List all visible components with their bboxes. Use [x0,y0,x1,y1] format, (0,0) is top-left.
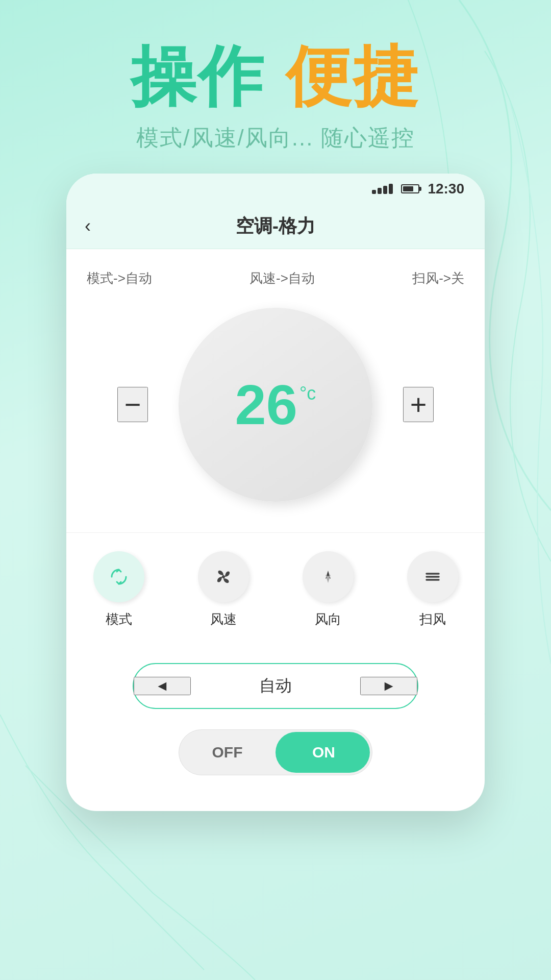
wind-speed-status: 风速->自动 [249,270,315,287]
mode-button[interactable]: 模式 [93,551,144,628]
toggle-on-label: ON [276,730,372,775]
mode-icon-circle [93,551,144,602]
power-toggle-container: OFF ON [66,729,485,775]
mode-label: 模式 [106,610,132,628]
hero-section: 操作 便捷 模式/风速/风向... 随心遥控 [0,0,551,174]
temp-plus-button[interactable]: + [403,387,434,422]
ac-control-panel: 模式->自动 风速->自动 扫风->关 − 26 °c + [66,249,485,532]
battery-icon [401,184,419,193]
toggle-off-label: OFF [179,730,276,775]
back-button[interactable]: ‹ [85,215,91,237]
temp-display: 26 °c [235,377,316,433]
signal-icon [372,184,393,194]
mode-selector: ◄ 自动 ► [133,663,418,709]
wind-speed-icon-circle [198,551,249,602]
wind-dir-button[interactable]: 风向 [303,551,354,628]
sweep-status: 扫风->关 [412,270,464,287]
phone-mockup: 12:30 ‹ 空调-格力 模式->自动 风速->自动 扫风->关 − 26 °… [66,174,485,811]
hero-title: 操作 便捷 [0,41,551,113]
mode-prev-button[interactable]: ◄ [134,677,191,695]
mode-status: 模式->自动 [87,270,152,287]
sweep-icon-circle [407,551,458,602]
wind-speed-label: 风速 [210,610,237,628]
fan-icon [212,566,235,588]
compass-icon [317,566,339,588]
status-bar: 12:30 [66,174,485,204]
hero-title-green: 操作 [131,40,265,113]
mode-current-value: 自动 [191,675,361,697]
hero-subtitle: 模式/风速/风向... 随心遥控 [0,123,551,153]
sweep-label: 扫风 [419,610,446,628]
wind-dir-label: 风向 [315,610,341,628]
temp-control: − 26 °c + [87,298,464,522]
wind-speed-button[interactable]: 风速 [198,551,249,628]
sweep-icon [421,566,444,588]
app-title: 空调-格力 [236,214,315,239]
svg-point-0 [222,575,225,578]
temp-value: 26 [235,377,297,433]
mode-next-button[interactable]: ► [360,677,417,695]
temp-minus-button[interactable]: − [117,387,148,422]
control-buttons-row: 模式 风速 风向 [66,532,485,643]
status-row: 模式->自动 风速->自动 扫风->关 [87,270,464,287]
temp-unit: °c [299,383,316,404]
app-header: ‹ 空调-格力 [66,204,485,249]
hero-title-orange: 便捷 [286,40,420,113]
status-time: 12:30 [428,181,464,197]
bottom-area [66,791,485,811]
wind-dir-icon-circle [303,551,354,602]
mode-icon [108,566,130,588]
temp-circle: 26 °c [179,308,372,502]
sweep-button[interactable]: 扫风 [407,551,458,628]
power-toggle[interactable]: OFF ON [179,729,372,775]
